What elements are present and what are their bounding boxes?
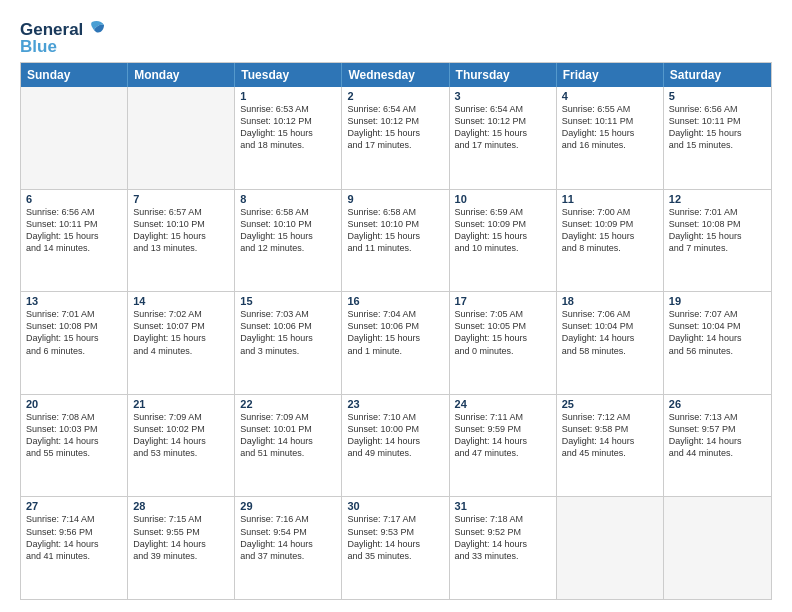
day-info: Sunrise: 6:55 AM Sunset: 10:11 PM Daylig… [562,103,658,152]
day-number: 17 [455,295,551,307]
day-number: 23 [347,398,443,410]
day-info: Sunrise: 7:09 AM Sunset: 10:02 PM Daylig… [133,411,229,460]
day-info: Sunrise: 7:07 AM Sunset: 10:04 PM Daylig… [669,308,766,357]
day-number: 29 [240,500,336,512]
day-number: 12 [669,193,766,205]
day-info: Sunrise: 6:54 AM Sunset: 10:12 PM Daylig… [455,103,551,152]
calendar-cell: 24Sunrise: 7:11 AM Sunset: 9:59 PM Dayli… [450,395,557,497]
day-info: Sunrise: 7:03 AM Sunset: 10:06 PM Daylig… [240,308,336,357]
day-number: 15 [240,295,336,307]
day-number: 31 [455,500,551,512]
day-info: Sunrise: 6:53 AM Sunset: 10:12 PM Daylig… [240,103,336,152]
day-info: Sunrise: 6:58 AM Sunset: 10:10 PM Daylig… [240,206,336,255]
day-info: Sunrise: 7:16 AM Sunset: 9:54 PM Dayligh… [240,513,336,562]
calendar-row: 6Sunrise: 6:56 AM Sunset: 10:11 PM Dayli… [21,189,771,292]
weekday-header: Tuesday [235,63,342,87]
calendar-cell: 15Sunrise: 7:03 AM Sunset: 10:06 PM Dayl… [235,292,342,394]
day-info: Sunrise: 6:56 AM Sunset: 10:11 PM Daylig… [669,103,766,152]
day-number: 13 [26,295,122,307]
day-number: 20 [26,398,122,410]
day-number: 8 [240,193,336,205]
day-number: 21 [133,398,229,410]
day-info: Sunrise: 7:12 AM Sunset: 9:58 PM Dayligh… [562,411,658,460]
calendar-cell: 11Sunrise: 7:00 AM Sunset: 10:09 PM Dayl… [557,190,664,292]
day-number: 27 [26,500,122,512]
calendar-cell: 13Sunrise: 7:01 AM Sunset: 10:08 PM Dayl… [21,292,128,394]
day-number: 5 [669,90,766,102]
calendar-cell: 21Sunrise: 7:09 AM Sunset: 10:02 PM Dayl… [128,395,235,497]
calendar-cell: 27Sunrise: 7:14 AM Sunset: 9:56 PM Dayli… [21,497,128,599]
calendar: SundayMondayTuesdayWednesdayThursdayFrid… [20,62,772,600]
calendar-cell: 29Sunrise: 7:16 AM Sunset: 9:54 PM Dayli… [235,497,342,599]
day-number: 2 [347,90,443,102]
calendar-cell: 26Sunrise: 7:13 AM Sunset: 9:57 PM Dayli… [664,395,771,497]
logo-svg: GeneralBlue [20,18,110,56]
day-number: 9 [347,193,443,205]
calendar-cell: 14Sunrise: 7:02 AM Sunset: 10:07 PM Dayl… [128,292,235,394]
day-number: 26 [669,398,766,410]
calendar-cell [21,87,128,189]
day-info: Sunrise: 7:17 AM Sunset: 9:53 PM Dayligh… [347,513,443,562]
calendar-cell: 23Sunrise: 7:10 AM Sunset: 10:00 PM Dayl… [342,395,449,497]
calendar-cell: 30Sunrise: 7:17 AM Sunset: 9:53 PM Dayli… [342,497,449,599]
weekday-header: Saturday [664,63,771,87]
calendar-cell: 18Sunrise: 7:06 AM Sunset: 10:04 PM Dayl… [557,292,664,394]
day-info: Sunrise: 7:08 AM Sunset: 10:03 PM Daylig… [26,411,122,460]
calendar-cell [128,87,235,189]
weekday-header: Thursday [450,63,557,87]
day-number: 18 [562,295,658,307]
day-number: 7 [133,193,229,205]
calendar-cell: 7Sunrise: 6:57 AM Sunset: 10:10 PM Dayli… [128,190,235,292]
calendar-row: 27Sunrise: 7:14 AM Sunset: 9:56 PM Dayli… [21,496,771,599]
day-info: Sunrise: 7:01 AM Sunset: 10:08 PM Daylig… [669,206,766,255]
day-info: Sunrise: 7:05 AM Sunset: 10:05 PM Daylig… [455,308,551,357]
day-number: 4 [562,90,658,102]
day-info: Sunrise: 7:02 AM Sunset: 10:07 PM Daylig… [133,308,229,357]
day-info: Sunrise: 7:11 AM Sunset: 9:59 PM Dayligh… [455,411,551,460]
day-number: 24 [455,398,551,410]
weekday-header: Friday [557,63,664,87]
day-info: Sunrise: 7:13 AM Sunset: 9:57 PM Dayligh… [669,411,766,460]
svg-text:Blue: Blue [20,37,57,56]
logo: GeneralBlue [20,18,110,56]
weekday-header: Wednesday [342,63,449,87]
day-number: 25 [562,398,658,410]
day-number: 22 [240,398,336,410]
calendar-cell: 16Sunrise: 7:04 AM Sunset: 10:06 PM Dayl… [342,292,449,394]
day-info: Sunrise: 7:14 AM Sunset: 9:56 PM Dayligh… [26,513,122,562]
day-info: Sunrise: 7:00 AM Sunset: 10:09 PM Daylig… [562,206,658,255]
day-number: 1 [240,90,336,102]
day-info: Sunrise: 6:56 AM Sunset: 10:11 PM Daylig… [26,206,122,255]
day-number: 14 [133,295,229,307]
calendar-cell: 2Sunrise: 6:54 AM Sunset: 10:12 PM Dayli… [342,87,449,189]
weekday-header: Sunday [21,63,128,87]
calendar-cell: 5Sunrise: 6:56 AM Sunset: 10:11 PM Dayli… [664,87,771,189]
day-info: Sunrise: 7:10 AM Sunset: 10:00 PM Daylig… [347,411,443,460]
calendar-cell: 28Sunrise: 7:15 AM Sunset: 9:55 PM Dayli… [128,497,235,599]
calendar-cell: 25Sunrise: 7:12 AM Sunset: 9:58 PM Dayli… [557,395,664,497]
calendar-cell: 3Sunrise: 6:54 AM Sunset: 10:12 PM Dayli… [450,87,557,189]
day-number: 30 [347,500,443,512]
calendar-cell: 8Sunrise: 6:58 AM Sunset: 10:10 PM Dayli… [235,190,342,292]
calendar-cell: 19Sunrise: 7:07 AM Sunset: 10:04 PM Dayl… [664,292,771,394]
weekday-header: Monday [128,63,235,87]
day-number: 11 [562,193,658,205]
calendar-cell: 10Sunrise: 6:59 AM Sunset: 10:09 PM Dayl… [450,190,557,292]
calendar-cell [664,497,771,599]
calendar-cell: 1Sunrise: 6:53 AM Sunset: 10:12 PM Dayli… [235,87,342,189]
calendar-cell: 17Sunrise: 7:05 AM Sunset: 10:05 PM Dayl… [450,292,557,394]
day-number: 28 [133,500,229,512]
day-number: 16 [347,295,443,307]
day-info: Sunrise: 6:59 AM Sunset: 10:09 PM Daylig… [455,206,551,255]
calendar-row: 20Sunrise: 7:08 AM Sunset: 10:03 PM Dayl… [21,394,771,497]
day-number: 10 [455,193,551,205]
calendar-cell: 20Sunrise: 7:08 AM Sunset: 10:03 PM Dayl… [21,395,128,497]
calendar-cell [557,497,664,599]
calendar-body: 1Sunrise: 6:53 AM Sunset: 10:12 PM Dayli… [21,87,771,599]
calendar-cell: 4Sunrise: 6:55 AM Sunset: 10:11 PM Dayli… [557,87,664,189]
calendar-cell: 6Sunrise: 6:56 AM Sunset: 10:11 PM Dayli… [21,190,128,292]
day-number: 6 [26,193,122,205]
calendar-cell: 22Sunrise: 7:09 AM Sunset: 10:01 PM Dayl… [235,395,342,497]
calendar-cell: 12Sunrise: 7:01 AM Sunset: 10:08 PM Dayl… [664,190,771,292]
day-info: Sunrise: 7:18 AM Sunset: 9:52 PM Dayligh… [455,513,551,562]
